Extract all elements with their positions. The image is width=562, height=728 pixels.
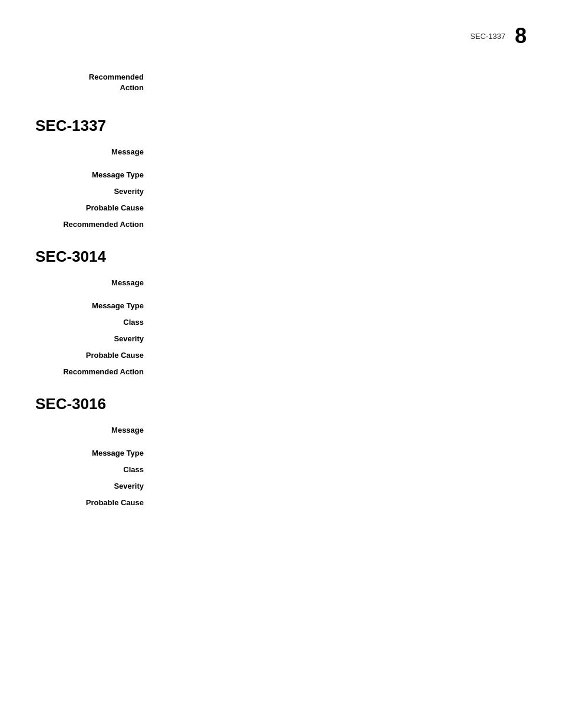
field-label-sec-1337-4: Recommended Action xyxy=(35,219,153,230)
field-row-sec-1337-3: Probable Cause xyxy=(35,203,527,213)
field-value-sec-3014-2 xyxy=(153,317,527,328)
intro-recommended-action-value xyxy=(153,72,527,93)
field-value-sec-1337-4 xyxy=(153,219,527,230)
field-value-sec-3016-1 xyxy=(153,448,527,459)
field-value-sec-1337-0 xyxy=(153,147,527,157)
field-row-sec-1337-2: Severity xyxy=(35,186,527,197)
field-row-sec-3014-4: Probable Cause xyxy=(35,350,527,361)
field-label-sec-3016-0: Message xyxy=(35,425,153,436)
field-value-sec-1337-3 xyxy=(153,203,527,213)
field-row-sec-3014-1: Message Type xyxy=(35,301,527,311)
field-row-sec-3014-5: Recommended Action xyxy=(35,367,527,377)
field-row-sec-3014-0: Message xyxy=(35,278,527,288)
field-value-sec-3016-0 xyxy=(153,425,527,436)
field-row-sec-3016-1: Message Type xyxy=(35,448,527,459)
field-label-sec-3014-5: Recommended Action xyxy=(35,367,153,377)
field-row-sec-1337-4: Recommended Action xyxy=(35,219,527,230)
field-row-sec-1337-0: Message xyxy=(35,147,527,157)
field-label-sec-3014-2: Class xyxy=(35,317,153,328)
field-value-sec-3014-3 xyxy=(153,334,527,344)
field-value-sec-3014-4 xyxy=(153,350,527,361)
page-number: 8 xyxy=(515,24,527,48)
field-label-sec-3016-2: Class xyxy=(35,465,153,475)
section-heading-sec-3014: SEC-3014 xyxy=(35,248,527,266)
field-row-sec-1337-1: Message Type xyxy=(35,170,527,180)
section-sec-3014: SEC-3014MessageMessage TypeClassSeverity… xyxy=(35,248,527,377)
field-row-sec-3014-3: Severity xyxy=(35,334,527,344)
main-content: RecommendedAction SEC-1337MessageMessage… xyxy=(0,72,562,508)
field-label-sec-3014-0: Message xyxy=(35,278,153,288)
field-row-sec-3014-2: Class xyxy=(35,317,527,328)
field-row-sec-3016-3: Severity xyxy=(35,481,527,492)
field-label-sec-3014-4: Probable Cause xyxy=(35,350,153,361)
field-value-sec-3016-2 xyxy=(153,465,527,475)
field-row-sec-3016-0: Message xyxy=(35,425,527,436)
field-value-sec-3014-1 xyxy=(153,301,527,311)
field-value-sec-1337-2 xyxy=(153,186,527,197)
field-label-sec-3016-4: Probable Cause xyxy=(35,498,153,508)
sections-container: SEC-1337MessageMessage TypeSeverityProba… xyxy=(35,117,527,508)
field-label-sec-1337-2: Severity xyxy=(35,186,153,197)
intro-recommended-action-label: RecommendedAction xyxy=(35,72,153,93)
field-label-sec-1337-1: Message Type xyxy=(35,170,153,180)
field-label-sec-1337-3: Probable Cause xyxy=(35,203,153,213)
field-label-sec-3016-1: Message Type xyxy=(35,448,153,459)
field-value-sec-3014-5 xyxy=(153,367,527,377)
field-label-sec-3016-3: Severity xyxy=(35,481,153,492)
field-label-sec-3014-1: Message Type xyxy=(35,301,153,311)
field-label-sec-3014-3: Severity xyxy=(35,334,153,344)
field-value-sec-3014-0 xyxy=(153,278,527,288)
field-value-sec-3016-4 xyxy=(153,498,527,508)
field-value-sec-1337-1 xyxy=(153,170,527,180)
field-row-sec-3016-4: Probable Cause xyxy=(35,498,527,508)
page-header: SEC-1337 8 xyxy=(0,24,562,48)
section-sec-3016: SEC-3016MessageMessage TypeClassSeverity… xyxy=(35,395,527,508)
field-value-sec-3016-3 xyxy=(153,481,527,492)
field-label-sec-1337-0: Message xyxy=(35,147,153,157)
section-heading-sec-1337: SEC-1337 xyxy=(35,117,527,135)
section-heading-sec-3016: SEC-3016 xyxy=(35,395,527,413)
section-sec-1337: SEC-1337MessageMessage TypeSeverityProba… xyxy=(35,117,527,230)
field-row-sec-3016-2: Class xyxy=(35,465,527,475)
header-label: SEC-1337 xyxy=(470,32,505,41)
intro-recommended-action-row: RecommendedAction xyxy=(35,72,527,93)
